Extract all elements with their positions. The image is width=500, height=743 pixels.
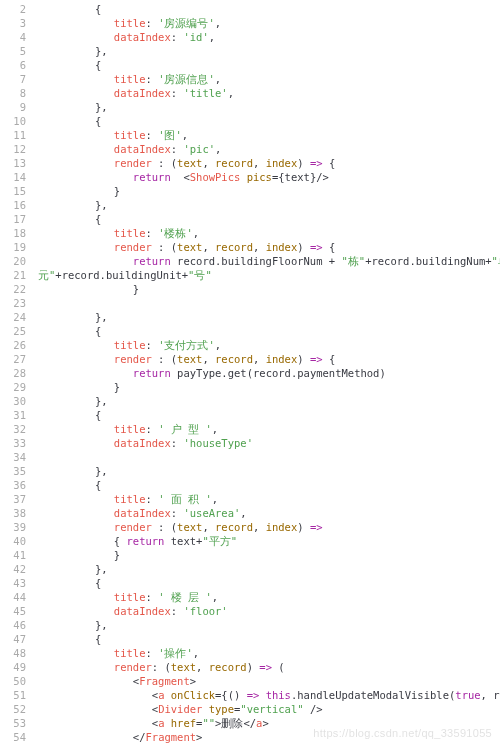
line-number: 18 (0, 226, 26, 240)
watermark-text: https://blog.csdn.net/qq_33591055 (313, 726, 492, 740)
line-number: 47 (0, 632, 26, 646)
code-line: { (38, 212, 496, 226)
code-line: title: '房源信息', (38, 72, 496, 86)
code-line: } (38, 548, 496, 562)
code-line: } (38, 380, 496, 394)
line-number: 45 (0, 604, 26, 618)
code-line: <Divider type="vertical" /> (38, 702, 496, 716)
code-line: { (38, 58, 496, 72)
line-number: 51 (0, 688, 26, 702)
code-line: dataIndex: 'title', (38, 86, 496, 100)
line-number: 33 (0, 436, 26, 450)
line-number: 21 (0, 268, 26, 282)
code-line: }, (38, 562, 496, 576)
line-number: 40 (0, 534, 26, 548)
code-line: dataIndex: 'pic', (38, 142, 496, 156)
line-number: 7 (0, 72, 26, 86)
line-number: 9 (0, 100, 26, 114)
code-line (38, 296, 496, 310)
code-line: render : (text, record, index) => { (38, 156, 496, 170)
code-line: render: (text, record) => ( (38, 660, 496, 674)
line-number: 48 (0, 646, 26, 660)
line-number: 46 (0, 618, 26, 632)
line-number: 4 (0, 30, 26, 44)
code-line: { (38, 576, 496, 590)
code-line: }, (38, 44, 496, 58)
code-line: title: ' 面 积 ', (38, 492, 496, 506)
line-number: 42 (0, 562, 26, 576)
line-number: 14 (0, 170, 26, 184)
code-line: dataIndex: 'floor' (38, 604, 496, 618)
code-line: { (38, 324, 496, 338)
code-line: return payType.get(record.paymentMethod) (38, 366, 496, 380)
line-number: 41 (0, 548, 26, 562)
code-line: title: '支付方式', (38, 338, 496, 352)
line-number: 19 (0, 240, 26, 254)
line-number: 50 (0, 674, 26, 688)
line-number: 35 (0, 464, 26, 478)
line-number: 6 (0, 58, 26, 72)
line-number: 23 (0, 296, 26, 310)
line-number: 49 (0, 660, 26, 674)
code-area[interactable]: { title: '房源编号', dataIndex: 'id', }, { t… (34, 0, 500, 743)
line-number-gutter: 2345678910111213141516171819202122232425… (0, 0, 34, 743)
code-line: }, (38, 100, 496, 114)
line-number: 5 (0, 44, 26, 58)
code-editor: 2345678910111213141516171819202122232425… (0, 0, 500, 743)
line-number: 3 (0, 16, 26, 30)
code-line: } (38, 282, 496, 296)
code-line: <Fragment> (38, 674, 496, 688)
code-line: title: '图', (38, 128, 496, 142)
line-number: 39 (0, 520, 26, 534)
code-line: dataIndex: 'useArea', (38, 506, 496, 520)
code-line: { (38, 2, 496, 16)
code-line: dataIndex: 'id', (38, 30, 496, 44)
code-line: { (38, 478, 496, 492)
line-number: 25 (0, 324, 26, 338)
code-line: }, (38, 310, 496, 324)
code-line: }, (38, 198, 496, 212)
line-number: 2 (0, 2, 26, 16)
line-number: 30 (0, 394, 26, 408)
code-line: { (38, 632, 496, 646)
code-line: }, (38, 464, 496, 478)
code-line: title: ' 楼 层 ', (38, 590, 496, 604)
code-line: } (38, 184, 496, 198)
code-line: }, (38, 618, 496, 632)
code-line: render : (text, record, index) => { (38, 240, 496, 254)
code-line (38, 450, 496, 464)
line-number: 28 (0, 366, 26, 380)
line-number: 34 (0, 450, 26, 464)
line-number: 29 (0, 380, 26, 394)
code-line: 元"+record.buildingUnit+"号" (38, 268, 496, 282)
code-line: title: '房源编号', (38, 16, 496, 30)
line-number: 32 (0, 422, 26, 436)
line-number: 52 (0, 702, 26, 716)
line-number: 11 (0, 128, 26, 142)
line-number: 17 (0, 212, 26, 226)
line-number: 20 (0, 254, 26, 268)
code-line: title: '操作', (38, 646, 496, 660)
code-line: }, (38, 394, 496, 408)
line-number: 10 (0, 114, 26, 128)
line-number: 16 (0, 198, 26, 212)
line-number: 24 (0, 310, 26, 324)
line-number: 27 (0, 352, 26, 366)
code-line: title: '楼栋', (38, 226, 496, 240)
code-line: dataIndex: 'houseType' (38, 436, 496, 450)
line-number: 22 (0, 282, 26, 296)
line-number: 38 (0, 506, 26, 520)
line-number: 53 (0, 716, 26, 730)
code-line: { (38, 114, 496, 128)
line-number: 54 (0, 730, 26, 743)
line-number: 37 (0, 492, 26, 506)
line-number: 8 (0, 86, 26, 100)
code-line: { (38, 408, 496, 422)
line-number: 15 (0, 184, 26, 198)
code-line: { return text+"平方" (38, 534, 496, 548)
code-line: return record.buildingFloorNum + "栋"+rec… (38, 254, 496, 268)
code-line: render : (text, record, index) => { (38, 352, 496, 366)
line-number: 31 (0, 408, 26, 422)
line-number: 26 (0, 338, 26, 352)
code-line: return <ShowPics pics={text}/> (38, 170, 496, 184)
